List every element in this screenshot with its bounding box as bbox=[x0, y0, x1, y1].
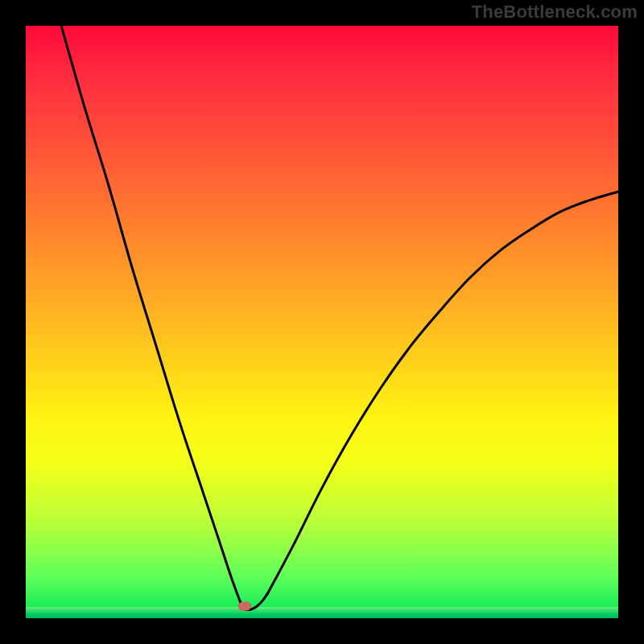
chart-frame: TheBottleneck.com bbox=[0, 0, 644, 644]
optimal-point-marker bbox=[238, 602, 251, 611]
plot-area bbox=[26, 26, 618, 618]
watermark-text: TheBottleneck.com bbox=[472, 2, 638, 23]
bottleneck-curve bbox=[26, 26, 618, 618]
curve-path bbox=[61, 26, 618, 609]
